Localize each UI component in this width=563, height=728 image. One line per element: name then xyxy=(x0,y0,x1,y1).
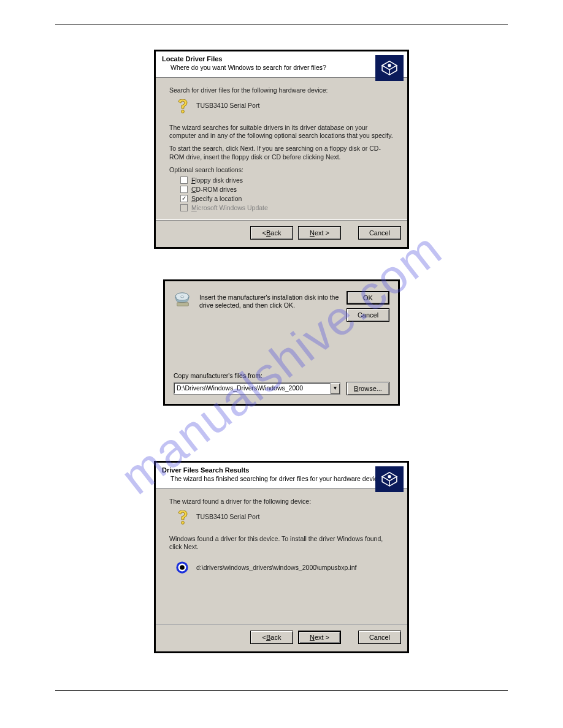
insert-disk-dialog: Insert the manufacturer's installation d… xyxy=(163,279,400,406)
svg-point-1 xyxy=(182,110,185,113)
question-mark-icon xyxy=(175,99,190,115)
dialog-body: The wizard found a driver for the follow… xyxy=(156,489,407,624)
checkbox-label: Specify a location xyxy=(191,195,242,202)
checkbox-label: CD-ROM drives xyxy=(191,186,237,193)
question-mark-icon xyxy=(175,510,190,526)
dialog-header: Driver Files Search Results The wizard h… xyxy=(156,463,407,489)
wizard-description-1: The wizard searches for suitable drivers… xyxy=(169,124,394,140)
locate-driver-files-dialog: Locate Driver Files Where do you want Wi… xyxy=(154,50,409,249)
back-button[interactable]: < Back xyxy=(250,631,293,644)
insert-disk-message: Insert the manufacturer's installation d… xyxy=(199,291,339,310)
checkbox-windows-update: Microsoft Windows Update xyxy=(180,204,394,211)
wizard-icon xyxy=(375,55,404,81)
ok-button[interactable]: OK xyxy=(347,291,389,305)
cancel-button[interactable]: Cancel xyxy=(358,226,401,240)
checkbox-icon xyxy=(180,186,188,193)
page-bottom-rule xyxy=(55,690,508,691)
dialog-title: Driver Files Search Results xyxy=(162,466,401,474)
dialog-body: Search for driver files for the followin… xyxy=(156,78,407,219)
dialog-body: Insert the manufacturer's installation d… xyxy=(165,281,398,404)
svg-point-5 xyxy=(388,476,391,478)
svg-point-6 xyxy=(182,521,185,524)
next-button[interactable]: Next > xyxy=(298,226,341,240)
checkbox-specify-location[interactable]: ✓ Specify a location xyxy=(180,195,394,202)
chevron-down-icon[interactable]: ▼ xyxy=(330,383,340,394)
path-value: D:\Drivers\Windows_Drivers\Windows_2000 xyxy=(174,383,330,394)
dialog-subtitle: Where do you want Windows to search for … xyxy=(170,64,401,71)
device-name: TUSB3410 Serial Port xyxy=(196,99,259,109)
search-results-dialog: Driver Files Search Results The wizard h… xyxy=(154,461,409,653)
svg-point-3 xyxy=(180,296,184,298)
disc-icon xyxy=(174,291,192,308)
dialog-title: Locate Driver Files xyxy=(162,55,401,63)
inf-file-path: d:\drivers\windows_drivers\windows_2000\… xyxy=(196,564,356,571)
dialog-subtitle: The wizard has finished searching for dr… xyxy=(170,475,401,482)
checkbox-cdrom[interactable]: CD-ROM drives xyxy=(180,186,394,193)
checkbox-icon xyxy=(180,204,188,211)
cancel-button[interactable]: Cancel xyxy=(347,308,389,322)
wizard-description-2: To start the search, click Next. If you … xyxy=(169,145,394,161)
back-button[interactable]: < Back xyxy=(250,226,293,240)
checkbox-label: Floppy disk drives xyxy=(191,176,243,184)
browse-button[interactable]: Browse... xyxy=(347,382,389,395)
target-icon xyxy=(175,561,189,574)
install-prompt: Windows found a driver for this device. … xyxy=(169,535,394,551)
button-bar: < Back Next > Cancel xyxy=(156,624,407,651)
checkbox-label: Microsoft Windows Update xyxy=(191,204,268,211)
checkbox-icon xyxy=(180,176,188,184)
checkbox-floppy[interactable]: Floppy disk drives xyxy=(180,176,394,184)
search-prompt: Search for driver files for the followin… xyxy=(169,86,394,94)
cancel-button[interactable]: Cancel xyxy=(358,631,401,644)
copy-from-label: Copy manufacturer's files from: xyxy=(174,372,389,379)
checkbox-icon: ✓ xyxy=(180,195,188,202)
device-name: TUSB3410 Serial Port xyxy=(196,510,259,520)
optional-locations-label: Optional search locations: xyxy=(169,166,394,174)
next-button[interactable]: Next > xyxy=(298,631,341,644)
button-bar: < Back Next > Cancel xyxy=(156,219,407,247)
dialog-header: Locate Driver Files Where do you want Wi… xyxy=(156,51,407,78)
path-combobox[interactable]: D:\Drivers\Windows_Drivers\Windows_2000 … xyxy=(174,382,340,395)
found-prompt: The wizard found a driver for the follow… xyxy=(169,498,394,506)
svg-point-0 xyxy=(388,64,391,67)
svg-point-9 xyxy=(180,565,185,570)
page-top-rule xyxy=(55,25,508,25)
wizard-icon xyxy=(375,466,404,492)
svg-rect-4 xyxy=(177,302,189,306)
